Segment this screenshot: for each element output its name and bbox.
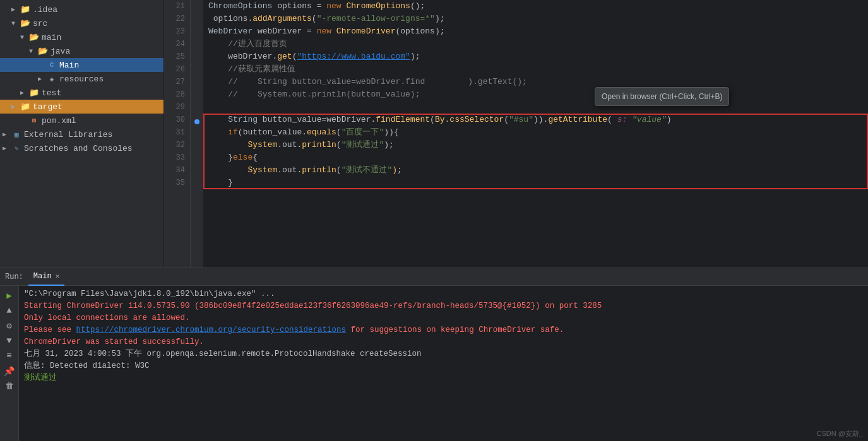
sidebar-label-main: main (42, 33, 61, 42)
code-line-21: ChromeOptions options = new ChromeOption… (208, 0, 868, 13)
console-line-2: Starting ChromeDriver 114.0.5735.90 (386… (24, 300, 863, 312)
security-link[interactable]: https://chromedriver.chromium.org/securi… (76, 326, 347, 334)
sidebar-label-resources: resources (59, 74, 104, 84)
code-line-25: webDriver.get("https://www.baidu.com"); (208, 50, 868, 63)
console-line-1: "C:\Program Files\Java\jdk1.8.0_192\bin\… (24, 288, 863, 300)
editor-area: 21 22 23 24 25 26 27 28 29 30 31 32 33 3… (164, 0, 868, 268)
folder-icon-src: 📂 (20, 18, 30, 28)
console-line-7: 信息: Detected dialect: W3C (24, 360, 863, 372)
console-output: "C:\Program Files\Java\jdk1.8.0_192\bin\… (19, 286, 868, 441)
panel-toolbar: ▶ ▲ ⚙ ▼ ≡ 📌 🗑 (0, 286, 19, 441)
folder-icon-test: 📁 (29, 88, 39, 98)
code-line-30: String button_value=webDriver.findElemen… (208, 114, 868, 126)
arrow-java: ▼ (29, 48, 38, 55)
arrow-target: ▶ (11, 103, 20, 110)
console-line-3: Only local connections are allowed. (24, 312, 863, 324)
scroll-down-button[interactable]: ▼ (3, 334, 16, 348)
console-line-8: 测试通过 (24, 372, 863, 384)
sidebar-item-java[interactable]: ▼ 📂 java (0, 44, 163, 58)
sidebar-label-test: test (42, 88, 61, 98)
folder-icon-target: 📁 (20, 102, 30, 112)
extlib-icon: ▦ (11, 129, 21, 139)
sidebar-item-pomxml[interactable]: m pom.xml (0, 114, 163, 127)
open-in-browser-tooltip: Open in browser (Ctrl+Click, Ctrl+B) (595, 87, 729, 106)
sidebar-label-scratches: Scratches and Consoles (24, 144, 133, 153)
trash-button[interactable]: 🗑 (3, 379, 16, 393)
watermark: CSDN @安菥_ (816, 429, 863, 438)
console-line-5: ChromeDriver was started successfully. (24, 336, 863, 348)
code-editor[interactable]: ChromeOptions options = new ChromeOption… (203, 0, 868, 268)
main-file-icon: C (47, 60, 57, 70)
code-line-29 (208, 101, 868, 114)
breakpoint-marker[interactable] (194, 119, 199, 124)
arrow-main: ▼ (20, 34, 29, 41)
sidebar-item-target[interactable]: ▶ 📁 target (0, 100, 163, 114)
folder-icon-idea: 📁 (20, 4, 30, 15)
code-line-33: }else{ (208, 151, 868, 164)
folder-icon-main: 📂 (29, 32, 39, 42)
editor-gutter (191, 0, 203, 268)
sidebar-item-main[interactable]: ▼ 📂 main (0, 30, 163, 44)
bottom-panel: Run: Main ✕ ▶ ▲ ⚙ ▼ ≡ 📌 🗑 "C:\Program Fi… (0, 268, 868, 441)
resources-icon: ◈ (47, 74, 57, 84)
panel-content: ▶ ▲ ⚙ ▼ ≡ 📌 🗑 "C:\Program Files\Java\jdk… (0, 286, 868, 441)
sidebar-label-pomxml: pom.xml (42, 116, 76, 126)
scroll-up-button[interactable]: ▲ (3, 303, 16, 317)
arrow-src: ▼ (11, 20, 20, 27)
run-label: Run: (5, 273, 23, 281)
sidebar-item-resources[interactable]: ▶ ◈ resources (0, 72, 163, 86)
tab-close-button[interactable]: ✕ (56, 272, 60, 280)
wrap-button[interactable]: ≡ (3, 349, 16, 363)
scratches-icon: ✎ (11, 143, 21, 153)
arrow-test: ▶ (20, 89, 29, 97)
sidebar-label-idea: .idea (33, 5, 57, 15)
code-line-35: } (208, 177, 868, 189)
sidebar-label-java: java (51, 47, 70, 56)
code-line-26: //获取元素属性值 (208, 63, 868, 76)
folder-icon-java: 📂 (38, 46, 48, 56)
code-line-32: System.out.println("测试通过"); (208, 139, 868, 151)
sidebar-item-Main[interactable]: C Main (0, 58, 163, 72)
sidebar-label-Main: Main (59, 61, 79, 70)
settings-button[interactable]: ⚙ (3, 319, 16, 332)
sidebar: ▶ 📁 .idea ▼ 📂 src ▼ 📂 main ▼ 📂 java C Ma… (0, 0, 164, 268)
arrow-idea: ▶ (11, 6, 20, 13)
console-line-6: 七月 31, 2023 4:00:53 下午 org.openqa.seleni… (24, 348, 863, 360)
tab-main[interactable]: Main ✕ (28, 268, 64, 286)
run-button[interactable]: ▶ (3, 288, 16, 302)
code-line-31: if(button_value.equals("百度一下")){ (208, 126, 868, 139)
xml-icon: m (29, 115, 39, 126)
arrow-resources: ▶ (38, 75, 47, 83)
line-numbers: 21 22 23 24 25 26 27 28 29 30 31 32 33 3… (164, 0, 191, 268)
sidebar-item-src[interactable]: ▼ 📂 src (0, 16, 163, 30)
sidebar-item-idea[interactable]: ▶ 📁 .idea (0, 3, 163, 16)
sidebar-label-target: target (33, 102, 62, 112)
code-line-24: //进入百度首页 (208, 38, 868, 50)
sidebar-item-scratches[interactable]: ▶ ✎ Scratches and Consoles (0, 141, 163, 155)
code-line-23: WebDriver webDriver = new ChromeDriver(o… (208, 25, 868, 38)
sidebar-item-test[interactable]: ▶ 📁 test (0, 86, 163, 100)
code-line-34: System.out.println("测试不通过"); (208, 164, 868, 177)
code-line-22: options.addArguments("-remote-allow-orig… (208, 13, 868, 25)
pin-button[interactable]: 📌 (3, 364, 16, 378)
panel-tabs: Run: Main ✕ (0, 268, 868, 286)
arrow-extlib: ▶ (3, 131, 11, 138)
arrow-scratches: ▶ (3, 144, 11, 152)
console-line-4: Please see https://chromedriver.chromium… (24, 324, 863, 336)
code-line-27: // String button_value=webDriver.find).g… (208, 76, 868, 88)
sidebar-label-extlib: External Libraries (24, 130, 112, 139)
sidebar-label-src: src (33, 19, 47, 28)
tab-main-label: Main (33, 272, 52, 281)
sidebar-item-extlib[interactable]: ▶ ▦ External Libraries (0, 127, 163, 141)
code-line-28: // System.out.println(button_value); (208, 88, 868, 101)
